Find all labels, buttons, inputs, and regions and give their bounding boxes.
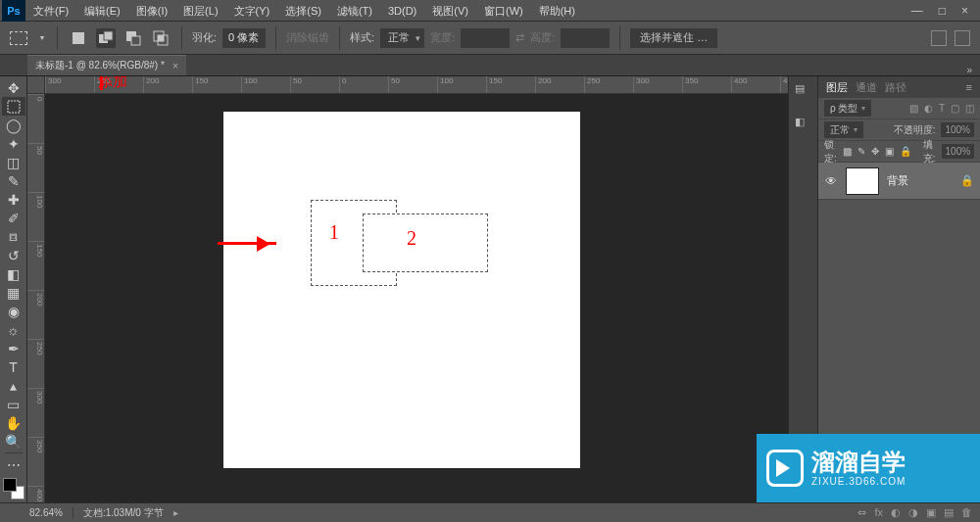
watermark-badge: 溜溜自学 ZIXUE.3D66.COM [757,434,980,502]
menu-help[interactable]: 帮助(H) [531,0,583,22]
lasso-tool[interactable]: ◯ [2,116,25,134]
zoom-tool[interactable]: 🔍 [2,432,25,451]
menu-layer[interactable]: 图层(L) [175,0,225,22]
menu-select[interactable]: 选择(S) [277,0,329,22]
group-icon[interactable]: ▣ [926,506,936,519]
link-layers-icon[interactable]: ⇔ [858,506,866,519]
menu-file[interactable]: 文件(F) [25,0,76,22]
filter-adjust-icon[interactable]: ◐ [924,103,933,114]
visibility-toggle-icon[interactable]: 👁 [824,174,838,188]
zoom-readout[interactable]: 82.64% [29,507,74,518]
menu-filter[interactable]: 滤镜(T) [329,0,380,22]
svg-rect-2 [104,31,113,40]
edit-toolbar-icon[interactable]: ⋯ [2,455,25,474]
artboard[interactable]: 1 2 [223,112,580,468]
menu-type[interactable]: 文字(Y) [226,0,278,22]
eraser-tool[interactable]: ◧ [2,264,25,283]
swap-wh-icon: ⇄ [515,31,524,44]
hand-tool[interactable]: ✋ [2,413,25,432]
path-select-tool[interactable]: ▴ [2,376,25,395]
gradient-tool[interactable]: ▦ [2,283,25,302]
adjustment-layer-icon[interactable]: ◑ [908,506,918,519]
window-minimize[interactable]: — [911,4,923,18]
history-brush-tool[interactable]: ↺ [2,246,25,264]
tab-layers[interactable]: 图层 [826,80,848,95]
lock-pixels-icon[interactable]: ✎ [858,146,865,157]
selection-add-button[interactable] [96,28,116,48]
properties-panel-icon[interactable]: ◧ [795,116,812,131]
blur-tool[interactable]: ◉ [2,302,25,320]
filter-shape-icon[interactable]: ▢ [951,103,959,114]
type-tool[interactable]: T [2,357,25,376]
filter-smart-icon[interactable]: ◫ [965,103,974,114]
ruler-horizontal[interactable]: 3002502001501005005010015020025030035040… [45,76,788,94]
tab-overflow-icon[interactable]: » [966,65,980,75]
quick-select-tool[interactable]: ✦ [2,134,25,153]
ruler-vertical[interactable]: 050100150200250300350400 [27,94,45,502]
eyedropper-tool[interactable]: ✎ [2,171,25,190]
move-tool[interactable]: ✥ [2,78,25,97]
blend-mode-combo[interactable]: 正常 [824,121,863,138]
opacity-field[interactable]: 100% [941,122,974,137]
document-tab-close-icon[interactable]: × [172,60,178,71]
feather-field[interactable]: 0 像素 [222,28,266,48]
layer-thumbnail[interactable] [846,167,879,195]
tab-paths[interactable]: 路径 [885,80,906,95]
healing-tool[interactable]: ✚ [2,190,25,209]
dodge-tool[interactable]: ☼ [2,320,25,339]
lock-transparency-icon[interactable]: ▩ [843,146,852,157]
stamp-tool[interactable]: ⧈ [2,227,25,246]
selection-new-button[interactable] [69,28,88,48]
crop-tool[interactable]: ◫ [2,153,25,171]
height-field [561,28,610,48]
marquee-tool[interactable] [2,97,25,116]
tool-preset-chevron-icon[interactable]: ▾ [37,33,47,42]
layer-filter-kind[interactable]: ρ 类型 [824,100,871,117]
ruler-origin[interactable] [27,76,45,94]
layer-style-icon[interactable]: fx [874,506,883,519]
filter-type-icon[interactable]: T [939,103,945,114]
options-bar: ▾ 羽化: 0 像素 消除锯齿 样式: 正常 宽度: ⇄ 高度: 选择并遮住 … [0,22,980,55]
fill-field[interactable]: 100% [942,144,975,159]
layer-lock-icon[interactable]: 🔒 [960,174,974,187]
status-menu-icon[interactable]: ▸ [173,507,178,518]
document-tab[interactable]: 未标题-1 @ 82.6%(RGB/8#) * × [27,55,186,75]
quick-mask-icon[interactable] [931,30,947,46]
filter-pixel-icon[interactable]: ▧ [909,103,918,114]
window-restore[interactable]: □ [939,4,946,18]
lock-position-icon[interactable]: ✥ [871,146,879,157]
layer-name[interactable]: 背景 [887,173,953,188]
panel-menu-icon[interactable]: ≡ [966,81,972,93]
style-label: 样式: [350,30,374,45]
shape-tool[interactable]: ▭ [2,395,25,413]
selection-subtract-button[interactable] [123,28,143,48]
select-and-mask-button[interactable]: 选择并遮住 … [630,28,717,48]
brush-tool[interactable]: ✐ [2,209,25,227]
canvas-area[interactable]: 3002502001501005005010015020025030035040… [27,76,788,502]
menu-view[interactable]: 视图(V) [424,0,476,22]
lock-artboard-icon[interactable]: ▣ [885,146,894,157]
status-bar: 82.64% 文档:1.03M/0 字节 ▸ ⇔ fx ◐ ◑ ▣ ▤ 🗑 [0,502,980,522]
menu-image[interactable]: 图像(I) [128,0,175,22]
history-panel-icon[interactable]: ▤ [795,82,812,98]
delete-layer-icon[interactable]: 🗑 [961,506,972,519]
tool-preset-icon[interactable] [10,31,27,45]
style-combo[interactable]: 正常 [380,28,424,48]
layer-mask-icon[interactable]: ◐ [891,506,901,519]
badge-brand: 溜溜自学 [811,451,906,474]
tools-panel: ✥ ◯ ✦ ◫ ✎ ✚ ✐ ⧈ ↺ ◧ ▦ ◉ ☼ ✒ T ▴ ▭ ✋ 🔍 ⋯ [0,76,27,502]
screen-mode-icon[interactable] [955,30,970,46]
foreground-swatch[interactable] [3,478,17,492]
menu-3d[interactable]: 3D(D) [380,0,424,22]
pen-tool[interactable]: ✒ [2,339,25,357]
document-info[interactable]: 文档:1.03M/0 字节 [83,506,164,520]
menu-edit[interactable]: 编辑(E) [76,0,128,22]
new-layer-icon[interactable]: ▤ [944,506,954,519]
layer-row-background[interactable]: 👁 背景 🔒 [818,163,980,200]
lock-all-icon[interactable]: 🔒 [900,146,911,157]
selection-intersect-button[interactable] [151,28,171,48]
tab-channels[interactable]: 通道 [856,80,877,95]
window-close[interactable]: × [961,4,968,18]
menu-window[interactable]: 窗口(W) [476,0,531,22]
color-swatches[interactable] [3,478,24,499]
